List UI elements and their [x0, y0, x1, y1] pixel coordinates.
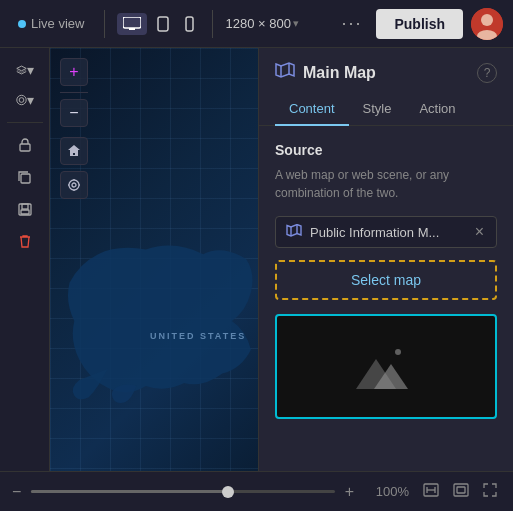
zoom-percentage: 100%	[364, 484, 409, 499]
section-label: Source	[275, 142, 497, 158]
country-label: UNITED STATES	[150, 331, 246, 341]
section-description: A web map or web scene, or any combinati…	[275, 166, 497, 202]
publish-button[interactable]: Publish	[376, 9, 463, 39]
map-preview	[275, 314, 497, 419]
svg-rect-3	[186, 17, 193, 31]
save-template-button[interactable]	[11, 195, 39, 223]
topbar: Live view 1280 × 800 ▾ ··· Publish	[0, 0, 513, 48]
delete-button[interactable]	[11, 227, 39, 255]
styles-button[interactable]: ▾	[11, 86, 39, 114]
svg-rect-10	[21, 174, 30, 183]
panel-body: Source A web map or web scene, or any co…	[259, 126, 513, 471]
panel-map-icon	[275, 62, 295, 83]
layers-button[interactable]: ▾	[11, 56, 39, 84]
svg-rect-0	[123, 17, 141, 28]
source-chip: Public Information M... ×	[275, 216, 497, 248]
right-panel: Main Map ? Content Style Action Source A…	[258, 48, 513, 471]
svg-point-24	[395, 349, 401, 355]
panel-title: Main Map	[303, 64, 469, 82]
divider2	[212, 10, 213, 38]
help-button[interactable]: ?	[477, 63, 497, 83]
location-button[interactable]	[60, 171, 88, 199]
map-controls: + −	[60, 58, 88, 199]
svg-rect-1	[129, 28, 135, 30]
mobile-view-button[interactable]	[179, 12, 200, 36]
zoom-slider[interactable]	[31, 490, 334, 493]
fit-page-button[interactable]	[449, 481, 473, 502]
live-dot	[18, 20, 26, 28]
bottom-bar: − + 100%	[0, 471, 513, 511]
svg-rect-30	[457, 487, 465, 493]
chip-close-button[interactable]: ×	[473, 224, 486, 240]
zoom-plus-icon[interactable]: +	[345, 483, 354, 501]
view-icons	[117, 12, 200, 36]
svg-rect-2	[158, 17, 168, 31]
tab-action[interactable]: Action	[405, 93, 469, 126]
svg-point-8	[19, 98, 24, 103]
zoom-in-button[interactable]: +	[60, 58, 88, 86]
alaska-silhouette	[60, 231, 258, 411]
zoom-slider-track	[31, 490, 334, 493]
duplicate-button[interactable]	[11, 163, 39, 191]
zoom-minus-icon[interactable]: −	[12, 483, 21, 501]
live-view-button[interactable]: Live view	[10, 12, 92, 35]
live-view-label: Live view	[31, 16, 84, 31]
svg-point-5	[481, 14, 493, 26]
editor-toolbar: ▾ ▾	[0, 56, 49, 114]
preview-placeholder-icon	[356, 344, 416, 389]
zoom-out-button[interactable]: −	[60, 99, 88, 127]
panel-header: Main Map ?	[259, 48, 513, 83]
main-content: ▾ ▾	[0, 48, 513, 471]
svg-rect-29	[454, 484, 468, 496]
more-options-button[interactable]: ···	[335, 11, 368, 36]
chip-text: Public Information M...	[310, 225, 465, 240]
editor-sidebar: ▾ ▾	[0, 48, 50, 471]
map-area: + − UNITED STATES	[50, 48, 258, 471]
avatar[interactable]	[471, 8, 503, 40]
editor-divider	[7, 122, 43, 123]
svg-rect-13	[21, 210, 29, 214]
tab-content[interactable]: Content	[275, 93, 349, 126]
tablet-view-button[interactable]	[151, 12, 175, 36]
chip-map-icon	[286, 224, 302, 240]
map-background: + − UNITED STATES	[50, 48, 258, 471]
tab-style[interactable]: Style	[349, 93, 406, 126]
desktop-view-button[interactable]	[117, 13, 147, 35]
svg-point-7	[16, 95, 25, 104]
fullscreen-button[interactable]	[479, 481, 501, 502]
svg-point-14	[72, 183, 76, 187]
map-canvas: + − UNITED STATES	[50, 48, 258, 471]
panel-tabs: Content Style Action	[259, 93, 513, 126]
svg-rect-12	[22, 204, 28, 209]
zoom-slider-fill	[31, 490, 228, 493]
resolution-display: 1280 × 800 ▾	[225, 16, 298, 31]
zoom-slider-thumb	[222, 486, 234, 498]
select-map-button[interactable]: Select map	[275, 260, 497, 300]
svg-point-15	[69, 180, 79, 190]
bottom-icons	[419, 481, 501, 502]
divider	[104, 10, 105, 38]
lock-button[interactable]	[11, 131, 39, 159]
home-button[interactable]	[60, 137, 88, 165]
ctrl-divider	[60, 92, 88, 93]
svg-rect-9	[20, 144, 30, 151]
fit-width-button[interactable]	[419, 481, 443, 502]
